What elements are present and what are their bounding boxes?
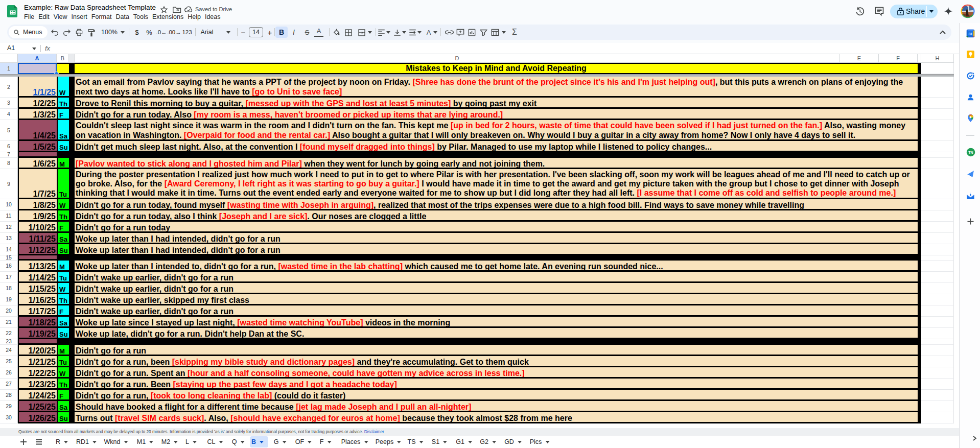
svg-text:TN: TN (968, 151, 973, 155)
svg-text:31: 31 (969, 32, 973, 36)
